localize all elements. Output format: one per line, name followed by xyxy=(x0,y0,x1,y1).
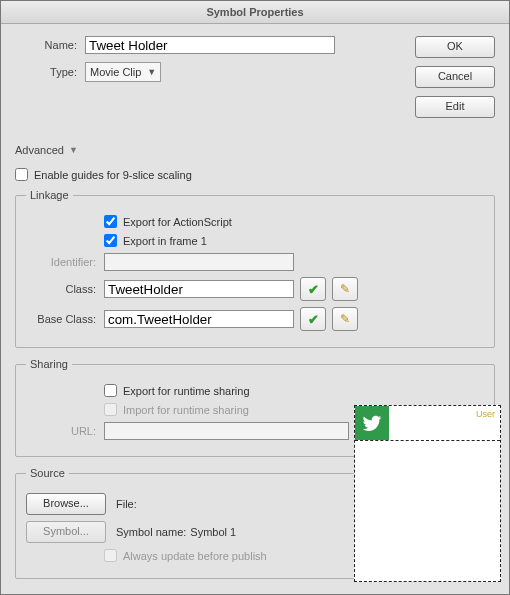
file-label: File: xyxy=(116,498,137,510)
export-runtime-checkbox[interactable] xyxy=(104,384,117,397)
linkage-group: Linkage Export for ActionScript Export i… xyxy=(15,189,495,348)
check-icon: ✔ xyxy=(308,312,319,327)
always-update-label: Always update before publish xyxy=(123,550,267,562)
base-class-input[interactable] xyxy=(104,310,294,328)
symbol-name-value: Symbol 1 xyxy=(190,526,236,538)
advanced-toggle[interactable]: Advanced ▼ xyxy=(15,144,495,156)
dialog-title: Symbol Properties xyxy=(1,1,509,24)
type-value: Movie Clip xyxy=(90,66,141,78)
nine-slice-checkbox[interactable] xyxy=(15,168,28,181)
type-dropdown[interactable]: Movie Clip ▼ xyxy=(85,62,161,82)
export-f1-checkbox[interactable] xyxy=(104,234,117,247)
import-runtime-label: Import for runtime sharing xyxy=(123,404,249,416)
edit-base-class-button[interactable]: ✎ xyxy=(332,307,358,331)
class-label: Class: xyxy=(26,283,104,295)
export-runtime-row[interactable]: Export for runtime sharing xyxy=(104,384,484,397)
identifier-input xyxy=(104,253,294,271)
type-label: Type: xyxy=(15,66,85,78)
always-update-checkbox xyxy=(104,549,117,562)
edit-button[interactable]: Edit xyxy=(415,96,495,118)
url-label: URL: xyxy=(26,425,104,437)
nine-slice-row[interactable]: Enable guides for 9-slice scaling xyxy=(15,168,495,181)
export-f1-row[interactable]: Export in frame 1 xyxy=(104,234,484,247)
edit-class-button[interactable]: ✎ xyxy=(332,277,358,301)
export-runtime-label: Export for runtime sharing xyxy=(123,385,250,397)
pencil-icon: ✎ xyxy=(340,282,350,296)
nine-slice-label: Enable guides for 9-slice scaling xyxy=(34,169,192,181)
preview-user-label: User xyxy=(389,406,500,440)
validate-class-button[interactable]: ✔ xyxy=(300,277,326,301)
identifier-label: Identifier: xyxy=(26,256,104,268)
url-input xyxy=(104,422,349,440)
export-as-row[interactable]: Export for ActionScript xyxy=(104,215,484,228)
export-f1-label: Export in frame 1 xyxy=(123,235,207,247)
cancel-button[interactable]: Cancel xyxy=(415,66,495,88)
name-input[interactable] xyxy=(85,36,335,54)
import-runtime-checkbox xyxy=(104,403,117,416)
chevron-down-icon: ▼ xyxy=(147,67,156,77)
sharing-legend: Sharing xyxy=(26,358,72,370)
export-as-checkbox[interactable] xyxy=(104,215,117,228)
name-label: Name: xyxy=(15,39,85,51)
browse-button[interactable]: Browse... xyxy=(26,493,106,515)
symbol-button: Symbol... xyxy=(26,521,106,543)
pencil-icon: ✎ xyxy=(340,312,350,326)
base-class-label: Base Class: xyxy=(26,313,104,325)
advanced-label: Advanced xyxy=(15,144,64,156)
export-as-label: Export for ActionScript xyxy=(123,216,232,228)
source-legend: Source xyxy=(26,467,69,479)
check-icon: ✔ xyxy=(308,282,319,297)
symbol-preview: User xyxy=(354,405,501,582)
twitter-bird-icon xyxy=(355,406,389,440)
symbol-name-label: Symbol name: xyxy=(116,526,186,538)
ok-button[interactable]: OK xyxy=(415,36,495,58)
disclosure-triangle-icon: ▼ xyxy=(69,145,78,155)
class-input[interactable] xyxy=(104,280,294,298)
validate-base-class-button[interactable]: ✔ xyxy=(300,307,326,331)
linkage-legend: Linkage xyxy=(26,189,73,201)
